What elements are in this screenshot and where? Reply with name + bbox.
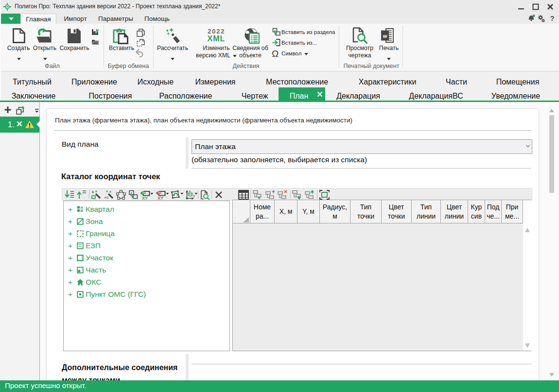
svg-text:w: w	[383, 33, 387, 39]
svg-text:XY: XY	[157, 196, 163, 200]
svg-text:XY: XY	[142, 196, 148, 200]
svg-text:y: y	[193, 194, 195, 198]
svg-text:н1: н1	[105, 195, 109, 200]
svg-text:x: x	[189, 190, 191, 193]
svg-text:?: ?	[550, 14, 554, 22]
